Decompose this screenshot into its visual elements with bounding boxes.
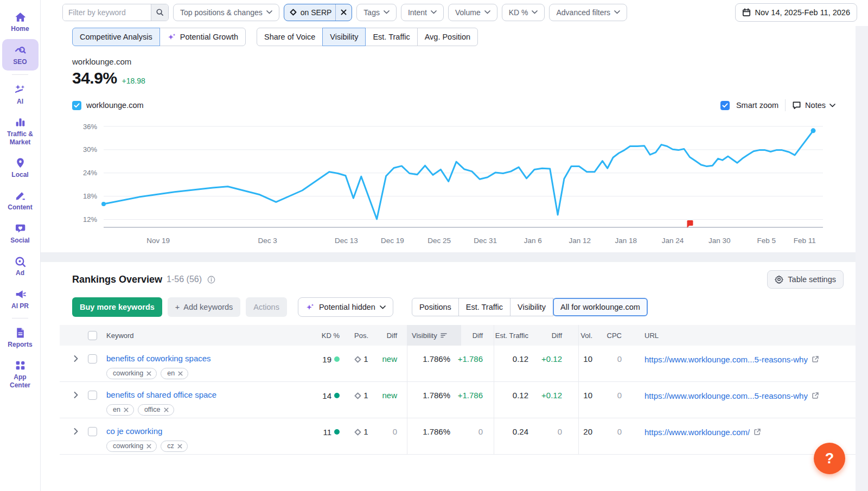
keyword-link[interactable]: co je coworking bbox=[106, 426, 162, 436]
remove-tag-icon[interactable] bbox=[178, 371, 183, 376]
keyword-link[interactable]: benefits of shared office space bbox=[106, 390, 216, 399]
serp-features-filter-chip[interactable]: on SERP bbox=[284, 4, 353, 21]
filter-dropdown-kd-[interactable]: KD % bbox=[502, 4, 545, 21]
column-header-cpc[interactable]: CPC bbox=[607, 331, 622, 340]
external-link-icon[interactable] bbox=[812, 392, 819, 399]
expand-row-icon[interactable] bbox=[74, 382, 88, 418]
table-settings-button[interactable]: Table settings bbox=[767, 270, 844, 289]
remove-tag-icon[interactable] bbox=[146, 444, 151, 449]
svg-text:Jan 6: Jan 6 bbox=[524, 237, 542, 245]
row-checkbox[interactable] bbox=[88, 427, 97, 436]
column-header-keyword[interactable]: Keyword bbox=[106, 331, 134, 340]
notes-dropdown[interactable]: Notes bbox=[792, 101, 835, 110]
sidebar-item-reports[interactable]: Reports bbox=[2, 322, 39, 353]
info-icon[interactable] bbox=[207, 276, 215, 284]
est-traffic-diff: +0.12 bbox=[541, 354, 562, 364]
series-checkbox[interactable] bbox=[72, 101, 81, 110]
keyword-filter-input[interactable] bbox=[63, 4, 151, 21]
position-diff: new bbox=[382, 391, 397, 400]
visibility-chart[interactable]: 36%30%24%18%12%Nov 19Dec 3Dec 13Dec 19De… bbox=[72, 119, 868, 252]
table-settings-label: Table settings bbox=[788, 275, 836, 284]
result-url-link[interactable]: https://www.worklounge.com/ bbox=[644, 428, 750, 437]
chart-controls-row: worklounge.com Smart zoom Notes bbox=[72, 99, 868, 111]
tab-visibility[interactable]: Visibility bbox=[322, 28, 366, 46]
keyword-link[interactable]: benefits of coworking spaces bbox=[106, 354, 211, 363]
serp-feature-diamond-icon[interactable] bbox=[354, 427, 361, 436]
view-tab-est-traffic[interactable]: Est. Traffic bbox=[458, 298, 510, 316]
tab-avg-position[interactable]: Avg. Position bbox=[417, 28, 478, 46]
sidebar-item-label: SEO bbox=[13, 58, 27, 66]
column-header-diff[interactable]: Diff bbox=[473, 331, 483, 340]
external-link-icon[interactable] bbox=[754, 428, 761, 436]
sidebar-item-ai[interactable]: AI bbox=[2, 79, 39, 110]
serp-feature-diamond-icon[interactable] bbox=[354, 391, 361, 399]
remove-tag-icon[interactable] bbox=[124, 407, 129, 412]
volume-value: 10 bbox=[583, 354, 592, 364]
sidebar-item-seo[interactable]: SEO bbox=[2, 39, 39, 70]
svg-text:30%: 30% bbox=[83, 145, 97, 154]
column-header-diff[interactable]: Diff bbox=[387, 331, 397, 340]
column-header-diff[interactable]: Diff bbox=[552, 331, 562, 340]
sidebar-item-content[interactable]: Content bbox=[2, 185, 39, 215]
svg-text:Jan 24: Jan 24 bbox=[662, 237, 684, 245]
column-header-url[interactable]: URL bbox=[644, 331, 659, 340]
sidebar-item-ad[interactable]: Ad bbox=[2, 251, 39, 281]
remove-tag-icon[interactable] bbox=[146, 371, 151, 376]
tag-pill-en[interactable]: en bbox=[106, 404, 134, 416]
tab-potential-growth[interactable]: Potential Growth bbox=[159, 28, 246, 46]
view-tab-positions[interactable]: Positions bbox=[412, 298, 459, 316]
column-header-est-traffic[interactable]: Est. Traffic bbox=[495, 331, 528, 340]
sidebar-item-traffic-market[interactable]: Traffic & Market bbox=[2, 112, 39, 150]
sidebar-item-social[interactable]: Social bbox=[2, 218, 39, 248]
svg-text:Jan 30: Jan 30 bbox=[709, 237, 731, 245]
filter-dropdown-volume[interactable]: Volume bbox=[448, 4, 497, 21]
actions-button[interactable]: Actions bbox=[246, 297, 287, 317]
column-header-visibility[interactable]: Visibility bbox=[412, 331, 437, 340]
est-traffic-diff: 0 bbox=[558, 427, 562, 436]
column-header-vol-[interactable]: Vol. bbox=[580, 331, 592, 340]
view-tab-all-for-worklounge-com[interactable]: All for worklounge.com bbox=[553, 298, 648, 316]
smart-zoom-checkbox[interactable] bbox=[720, 101, 730, 110]
tag-pill-office[interactable]: office bbox=[138, 404, 174, 416]
svg-text:Dec 13: Dec 13 bbox=[335, 237, 358, 245]
view-tab-visibility[interactable]: Visibility bbox=[510, 298, 553, 316]
search-icon[interactable] bbox=[151, 4, 168, 21]
tag-pill-coworking[interactable]: coworking bbox=[106, 368, 157, 379]
column-header-pos-[interactable]: Pos. bbox=[354, 331, 368, 340]
remove-tag-icon[interactable] bbox=[177, 444, 182, 449]
row-checkbox[interactable] bbox=[88, 391, 97, 400]
expand-row-icon[interactable] bbox=[74, 346, 88, 381]
tag-pill-en[interactable]: en bbox=[161, 368, 188, 379]
svg-text:36%: 36% bbox=[83, 123, 97, 131]
column-header-kd-[interactable]: KD % bbox=[322, 331, 340, 340]
tag-pill-cz[interactable]: cz bbox=[161, 441, 188, 452]
filter-dropdown-top-positions-changes[interactable]: Top positions & changes bbox=[173, 4, 279, 21]
sidebar-item-ai-pr[interactable]: AI PR bbox=[2, 284, 39, 314]
potential-hidden-dropdown[interactable]: Potential hidden bbox=[298, 297, 393, 317]
row-checkbox[interactable] bbox=[88, 354, 97, 364]
kd-value: 11 bbox=[323, 428, 331, 437]
sidebar-item-app-center[interactable]: App Center bbox=[2, 355, 39, 393]
tab-share-of-voice[interactable]: Share of Voice bbox=[257, 28, 323, 46]
sort-icon[interactable] bbox=[441, 333, 448, 339]
tab-competitive-analysis[interactable]: Competitive Analysis bbox=[72, 28, 160, 46]
result-url-link[interactable]: https://www.worklounge.com...5-reasons-w… bbox=[644, 391, 808, 400]
tag-pill-coworking[interactable]: coworking bbox=[106, 441, 157, 452]
result-url-link[interactable]: https://www.worklounge.com...5-reasons-w… bbox=[644, 355, 808, 364]
help-button[interactable]: ? bbox=[814, 443, 845, 474]
filter-dropdown-advanced-filters[interactable]: Advanced filters bbox=[549, 4, 627, 21]
serp-feature-diamond-icon[interactable] bbox=[354, 354, 361, 363]
sidebar-item-home[interactable]: Home bbox=[2, 7, 39, 37]
expand-row-icon[interactable] bbox=[74, 418, 88, 454]
sidebar-item-local[interactable]: Local bbox=[2, 152, 39, 183]
date-range-picker[interactable]: Nov 14, 2025-Feb 11, 2026 bbox=[735, 3, 857, 22]
buy-more-keywords-button[interactable]: Buy more keywords bbox=[72, 297, 162, 317]
remove-filter-icon[interactable] bbox=[335, 4, 352, 21]
filter-dropdown-tags[interactable]: Tags bbox=[356, 4, 397, 21]
external-link-icon[interactable] bbox=[812, 355, 819, 363]
remove-tag-icon[interactable] bbox=[164, 407, 169, 412]
tab-est-traffic[interactable]: Est. Traffic bbox=[365, 28, 417, 46]
add-keywords-button[interactable]: + Add keywords bbox=[168, 297, 241, 317]
select-all-checkbox[interactable] bbox=[88, 331, 97, 340]
filter-dropdown-intent[interactable]: Intent bbox=[401, 4, 444, 21]
